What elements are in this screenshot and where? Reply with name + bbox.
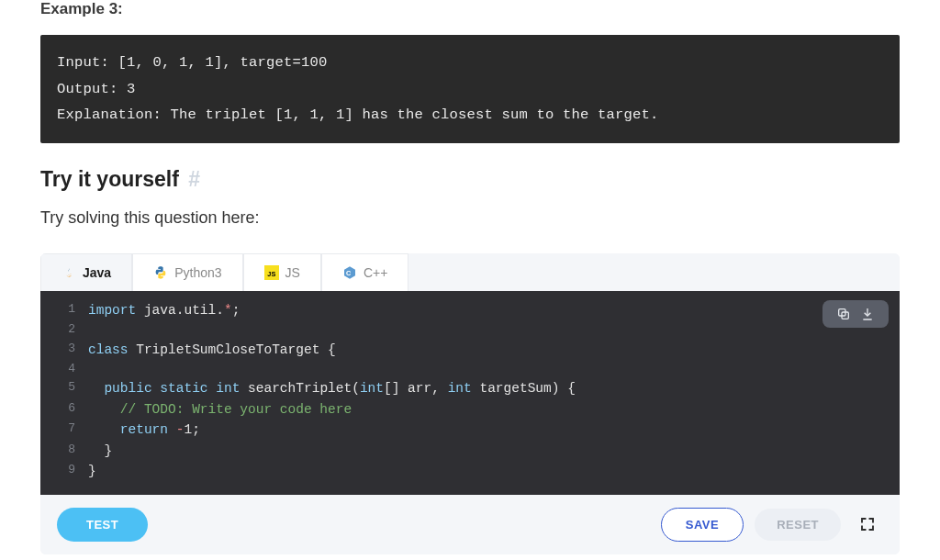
svg-text:JS: JS xyxy=(267,270,275,278)
tab-js[interactable]: JSJS xyxy=(243,253,321,291)
svg-text:C: C xyxy=(346,269,352,277)
line-code[interactable]: } xyxy=(88,461,96,481)
line-code[interactable]: } xyxy=(88,441,112,461)
line-number: 5 xyxy=(40,378,88,398)
editor-line: 1import java.util.*; xyxy=(40,300,900,320)
tab-label: Python3 xyxy=(174,265,221,280)
download-icon[interactable] xyxy=(859,306,876,322)
line-number: 7 xyxy=(40,420,88,440)
example-label: Example 3: xyxy=(40,0,900,18)
editor-line: 7 return -1; xyxy=(40,420,900,440)
reset-button[interactable]: RESET xyxy=(755,509,841,541)
line-code[interactable]: public static int searchTriplet(int[] ar… xyxy=(88,378,576,398)
test-button[interactable]: TEST xyxy=(57,508,148,542)
line-number: 2 xyxy=(40,320,88,339)
heading-anchor[interactable]: # xyxy=(188,167,200,191)
line-number: 3 xyxy=(40,340,88,360)
code-editor[interactable]: 1import java.util.*;23class TripletSumCl… xyxy=(40,291,900,495)
editor-line: 2 xyxy=(40,320,900,339)
editor-actions xyxy=(822,300,889,328)
tab-java[interactable]: Java xyxy=(40,253,132,291)
js-icon: JS xyxy=(264,265,279,280)
instruction-text: Try solving this question here: xyxy=(40,208,900,228)
tab-python3[interactable]: Python3 xyxy=(132,253,242,291)
java-icon xyxy=(62,265,76,280)
heading-title: Try it yourself xyxy=(40,167,179,191)
tab-cplusplus[interactable]: CC++ xyxy=(321,253,408,291)
tab-label: Java xyxy=(83,265,111,280)
editor-line: 4 xyxy=(40,360,900,378)
tab-label: C++ xyxy=(364,265,387,280)
line-number: 6 xyxy=(40,399,88,420)
editor-line: 9} xyxy=(40,461,900,481)
line-number: 8 xyxy=(40,441,88,461)
editor-line: 6 // TODO: Write your code here xyxy=(40,399,900,420)
editor-line: 8 } xyxy=(40,441,900,461)
line-number: 9 xyxy=(40,461,88,481)
line-code[interactable]: return -1; xyxy=(88,420,200,440)
line-number: 1 xyxy=(40,300,88,320)
line-code[interactable]: import java.util.*; xyxy=(88,300,240,320)
code-editor-panel: JavaPython3JSJSCC++ 1import java.util.*;… xyxy=(40,253,900,554)
language-tabs: JavaPython3JSJSCC++ xyxy=(40,253,900,291)
editor-footer: TEST SAVE RESET xyxy=(40,495,900,554)
copy-icon[interactable] xyxy=(835,306,852,322)
editor-line: 3class TripletSumCloseToTarget { xyxy=(40,340,900,360)
line-code[interactable]: // TODO: Write your code here xyxy=(88,399,352,420)
tab-label: JS xyxy=(285,265,300,280)
editor-line: 5 public static int searchTriplet(int[] … xyxy=(40,378,900,398)
python-icon xyxy=(153,265,168,280)
line-code[interactable]: class TripletSumCloseToTarget { xyxy=(88,340,336,360)
line-number: 4 xyxy=(40,360,88,378)
cpp-icon: C xyxy=(342,265,357,280)
fullscreen-icon[interactable] xyxy=(852,509,883,540)
save-button[interactable]: SAVE xyxy=(661,508,744,542)
section-heading: Try it yourself # xyxy=(40,167,900,192)
example-code-block: Input: [1, 0, 1, 1], target=100 Output: … xyxy=(40,35,900,143)
